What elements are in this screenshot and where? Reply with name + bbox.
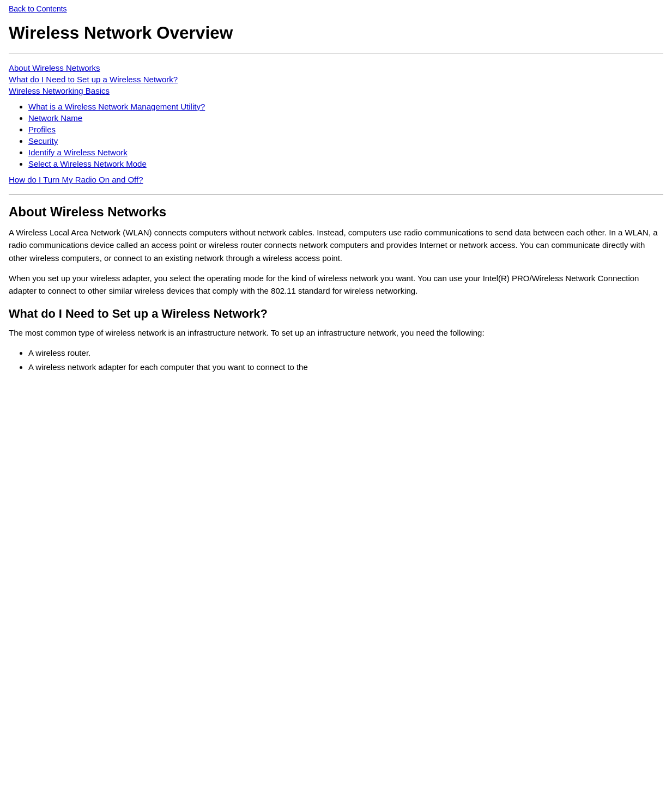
how-link-container: How do I Turn My Radio On and Off? bbox=[9, 175, 663, 184]
list-item: Profiles bbox=[28, 125, 663, 134]
toc-sub-link-networkname[interactable]: Network Name bbox=[28, 113, 82, 123]
toc-sub-link-security[interactable]: Security bbox=[28, 136, 58, 145]
list-item: Security bbox=[28, 136, 663, 145]
about-section-title: About Wireless Networks bbox=[9, 204, 663, 220]
list-item: Network Name bbox=[28, 113, 663, 123]
list-item: Identify a Wireless Network bbox=[28, 148, 663, 157]
list-item: A wireless router. bbox=[28, 347, 663, 360]
toc-link-about[interactable]: About Wireless Networks bbox=[9, 63, 663, 72]
top-divider bbox=[9, 53, 663, 53]
toc-sub-link-identify[interactable]: Identify a Wireless Network bbox=[28, 148, 128, 157]
list-item: Select a Wireless Network Mode bbox=[28, 159, 663, 168]
toc-sub-link-utility[interactable]: What is a Wireless Network Management Ut… bbox=[28, 102, 205, 111]
about-para2: When you set up your wireless adapter, y… bbox=[9, 272, 663, 298]
how-radio-link[interactable]: How do I Turn My Radio On and Off? bbox=[9, 175, 143, 184]
whatdo-intro: The most common type of wireless network… bbox=[9, 326, 663, 339]
whatdo-section-title: What do I Need to Set up a Wireless Netw… bbox=[9, 307, 663, 321]
toc-sub-link-profiles[interactable]: Profiles bbox=[28, 125, 56, 134]
back-to-contents-link[interactable]: Back to Contents bbox=[9, 4, 663, 13]
list-item: A wireless network adapter for each comp… bbox=[28, 361, 663, 374]
about-para1: A Wireless Local Area Network (WLAN) con… bbox=[9, 226, 663, 264]
toc-sub-link-mode[interactable]: Select a Wireless Network Mode bbox=[28, 159, 147, 168]
list-item: What is a Wireless Network Management Ut… bbox=[28, 102, 663, 111]
toc-sub-list: What is a Wireless Network Management Ut… bbox=[9, 102, 663, 168]
whatdo-list: A wireless router. A wireless network ad… bbox=[9, 347, 663, 374]
toc-main-links: About Wireless Networks What do I Need t… bbox=[9, 63, 663, 95]
bottom-divider bbox=[9, 194, 663, 195]
toc-link-basics[interactable]: Wireless Networking Basics bbox=[9, 86, 663, 95]
page-title: Wireless Network Overview bbox=[9, 23, 663, 43]
toc-link-whatdo[interactable]: What do I Need to Set up a Wireless Netw… bbox=[9, 75, 663, 84]
